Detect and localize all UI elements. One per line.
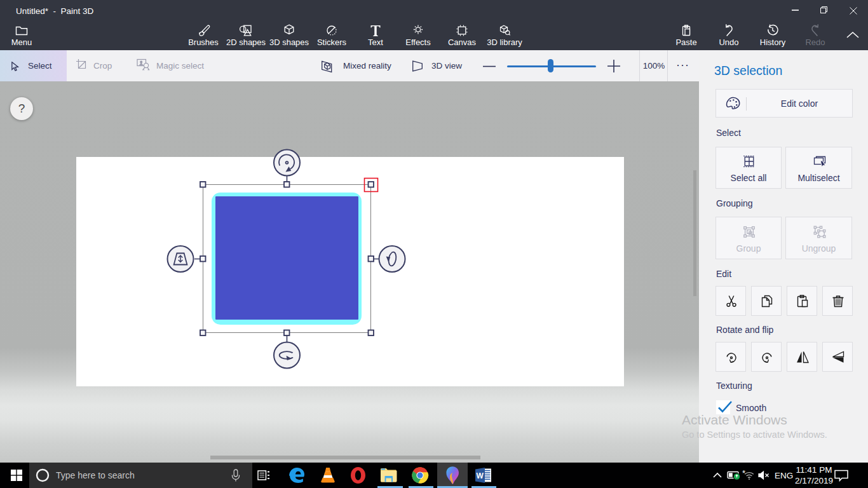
- svg-text:W: W: [477, 471, 484, 480]
